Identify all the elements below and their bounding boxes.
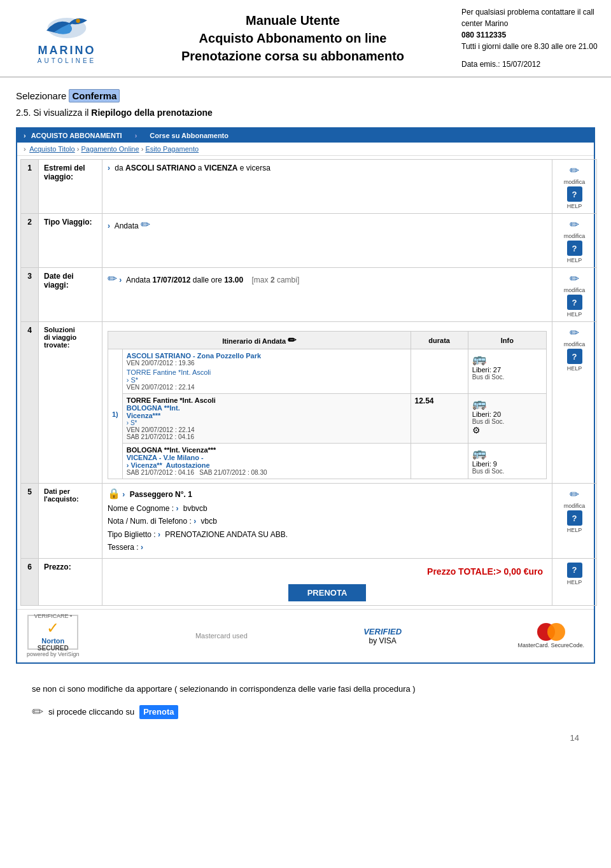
modifica-icon-1[interactable]: ✏	[570, 164, 579, 178]
modifica-icon-5[interactable]: ✏	[570, 487, 579, 501]
segment-1-duration	[411, 349, 468, 394]
help-btn-4[interactable]: ?	[567, 349, 582, 364]
title-line2: Acquisto Abbonamento on line	[199, 31, 387, 45]
breadcrumb: › Acquisto Titolo › Pagamento Online › E…	[17, 143, 594, 156]
footer-center-text: Mastercard used	[195, 632, 248, 640]
row-num-6: 6	[21, 558, 39, 605]
segment-3-duration	[411, 444, 468, 479]
breadcrumb-item2[interactable]: Pagamento Online	[81, 145, 139, 153]
verified-visa-box: VERIFIED by VISA	[363, 627, 402, 645]
info-hours: Tutti i giorni dalle ore 8.30 alle ore 2…	[461, 41, 601, 52]
selezionare-text: Selezionare	[16, 90, 66, 101]
row-label-5: Dati perl'acquisto:	[39, 484, 102, 559]
conferma-highlight: Conferma	[69, 89, 120, 102]
journey-segment-2: TORRE Fantine *Int. Ascoli BOLOGNA **Int…	[108, 394, 547, 444]
journey-header-durata: durata	[411, 332, 468, 349]
logo-area: MARINO AUTOLINEE	[10, 12, 124, 64]
nav-item-corse[interactable]: Corse su Abbonamento	[150, 132, 228, 139]
by-visa-text: by VISA	[369, 636, 396, 645]
row-label-4: Soluzionidi viaggiotrovate:	[39, 322, 102, 484]
section-num: 2.5.	[16, 108, 31, 118]
bottom-line2: si procede cliccando su	[48, 706, 134, 719]
bottom-text-area: se non ci sono modifiche da apportare ( …	[16, 676, 595, 730]
row-content-1: › da ASCOLI SATRIANO a VICENZA e vicersa	[102, 160, 552, 214]
action-col-3: ✏ modifica ? HELP	[552, 268, 597, 322]
row-content-6: Prezzo TOTALE:> 0,00 €uro PRENOTA	[102, 558, 552, 605]
norton-text: Norton	[41, 637, 64, 645]
solution-num-1: 1)	[112, 410, 118, 418]
info-phone: 080 3112335	[461, 29, 601, 41]
note-value: vbcb	[201, 517, 217, 526]
breadcrumb-item1[interactable]: Acquisto Titolo	[29, 145, 75, 153]
table-row: 5 Dati perl'acquisto: 🔒 › Passeggero N°.…	[21, 484, 597, 559]
title-line1: Manuale Utente	[246, 13, 340, 27]
section-subtitle: 2.5. Si visualizza il Riepilogo della pr…	[16, 108, 595, 118]
prenota-button[interactable]: PRENOTA	[288, 584, 367, 601]
header-info-area: Per qualsiasi problema contattare il cal…	[461, 6, 601, 70]
section-selezionare: Selezionare Conferma	[16, 90, 595, 101]
segment-2-detail: TORRE Fantine *Int. Ascoli BOLOGNA **Int…	[122, 394, 411, 444]
segment-1-from: ASCOLI SATRIANO - Zona Pozzello Park VEN…	[122, 349, 411, 394]
row-num-1: 1	[21, 160, 39, 214]
price-value: 0,00 €uro	[504, 566, 543, 577]
tessera-label: Tessera :	[108, 543, 139, 552]
name-value: bvbvcb	[183, 504, 207, 513]
page-header: MARINO AUTOLINEE Manuale Utente Acquisto…	[0, 0, 611, 78]
mastercard-circles	[537, 623, 565, 641]
help-btn-1[interactable]: ?	[567, 186, 582, 202]
breadcrumb-item3[interactable]: Esito Pagamento	[145, 145, 199, 153]
name-label: Nome e Cognome :	[108, 504, 174, 513]
nav-sep: ›	[135, 132, 137, 139]
section-bold: Riepilogo della prenotazione	[91, 108, 213, 118]
passenger-title: Passeggero N°. 1	[130, 490, 192, 499]
price-total: Prezzo TOTALE:> 0,00 €uro	[108, 563, 547, 580]
mc-orange-circle	[547, 623, 565, 641]
norton-verificare: VERIFICARE •	[34, 613, 72, 619]
journey-segment-1: 1) ASCOLI SATRIANO - Zona Pozzello Park …	[108, 349, 547, 394]
bottom-line1: se non ci sono modifiche da apportare ( …	[32, 683, 579, 696]
segment-2-info: 🚌 Liberi: 20 Bus di Soc. ⚙	[468, 394, 546, 444]
norton-powered: powered by VeriSign	[27, 651, 80, 657]
row-content-5: 🔒 › Passeggero N°. 1 Nome e Cognome : › …	[102, 484, 552, 559]
modifica-icon-4[interactable]: ✏	[570, 326, 579, 340]
help-btn-3[interactable]: ?	[567, 295, 582, 310]
row-label-1: Estremi del viaggio:	[39, 160, 102, 214]
mastercard-secure-box: MasterCard. SecureCode.	[517, 623, 584, 648]
svg-point-1	[76, 19, 80, 23]
action-col-2: ✏ modifica ? HELP	[552, 214, 597, 268]
mastercard-sc-text: MasterCard. SecureCode.	[517, 642, 584, 648]
action-col-6: ? HELP	[552, 558, 597, 605]
row-label-6: Prezzo:	[39, 558, 102, 605]
modifica-icon-3[interactable]: ✏	[570, 272, 579, 286]
info-text: Per qualsiasi problema contattare il cal…	[461, 6, 601, 29]
screenshot-box: › ACQUISTO ABBONAMENTI › Corse su Abbona…	[16, 127, 595, 664]
nav-item-acquisto[interactable]: › ACQUISTO ABBONAMENTI	[24, 132, 122, 139]
journey-segment-3: BOLOGNA **Int. Vicenza*** VICENZA - V.le…	[108, 444, 547, 479]
title-line3: Prenotazione corsa su abbonamento	[181, 49, 404, 63]
journey-header-itinerary: Itinerario di Andata ✏	[108, 332, 411, 349]
prenota-inline: Prenota	[139, 705, 178, 720]
modifica-icon-2[interactable]: ✏	[570, 218, 579, 232]
action-col-5: ✏ modifica ? HELP	[552, 484, 597, 559]
logo-bird-icon	[41, 12, 92, 44]
row-label-2: Tipo Viaggio:	[39, 214, 102, 268]
verified-text: VERIFIED	[363, 627, 402, 636]
table-row: 2 Tipo Viaggio: › Andata ✏ ✏ modifica ? …	[21, 214, 597, 268]
table-row: 4 Soluzionidi viaggiotrovate: Itinerario…	[21, 322, 597, 484]
note-label: Nota / Num. di Telefono :	[108, 517, 192, 526]
row-content-2: › Andata ✏	[102, 214, 552, 268]
help-btn-2[interactable]: ?	[567, 241, 582, 256]
main-content: Selezionare Conferma 2.5. Si visualizza …	[0, 78, 611, 759]
footer-logos: VERIFICARE • ✓ Norton SECURED powered by…	[17, 609, 594, 662]
table-row: 1 Estremi del viaggio: › da ASCOLI SATRI…	[21, 160, 597, 214]
row-content-3: ✏ › Andata 17/07/2012 dalle ore 13.00 [m…	[102, 268, 552, 322]
help-btn-5[interactable]: ?	[567, 510, 582, 526]
segment-3-info: 🚌 Liberi: 9 Bus di Soc.	[468, 444, 546, 479]
help-btn-6[interactable]: ?	[567, 563, 582, 578]
row-label-3: Date dei viaggi:	[39, 268, 102, 322]
logo-autolinee-text: AUTOLINEE	[38, 57, 97, 64]
type-label: Tipo Biglietto :	[108, 530, 156, 539]
summary-table: 1 Estremi del viaggio: › da ASCOLI SATRI…	[20, 159, 597, 606]
row-num-5: 5	[21, 484, 39, 559]
segment-1-info: 🚌 Liberi: 27 Bus di Soc.	[468, 349, 546, 394]
